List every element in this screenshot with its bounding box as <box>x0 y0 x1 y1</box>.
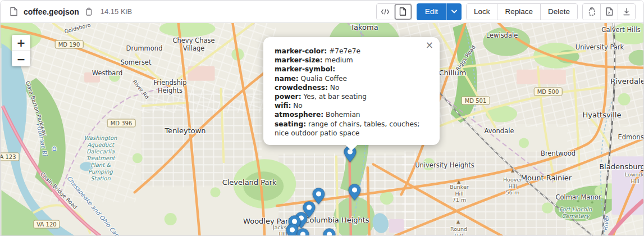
edit-button[interactable]: Edit <box>417 3 446 20</box>
peak-icon: ▲ <box>511 168 514 173</box>
popup-field: seating: range of chairs, tables, couche… <box>275 120 428 138</box>
chevron-down-icon <box>451 10 457 13</box>
road-shield: MD 190 <box>55 40 84 49</box>
file-utility-group <box>582 3 636 20</box>
open-raw-button[interactable] <box>600 4 618 20</box>
code-icon <box>381 8 390 15</box>
map-label: Somerset <box>121 58 152 66</box>
copy-contents-button[interactable] <box>583 4 600 20</box>
display-rendered-button[interactable] <box>394 4 412 20</box>
zoom-out-button[interactable]: − <box>12 51 30 66</box>
popup-fields: marker-color: #7e7e7emarker-size: medium… <box>275 47 428 138</box>
popup-close-icon[interactable]: × <box>424 39 435 51</box>
peak-icon: ▲ <box>456 219 460 224</box>
map-label: River <box>602 215 610 231</box>
replace-button[interactable]: Replace <box>497 4 540 20</box>
map-label: Hyattsville <box>583 111 622 119</box>
map-marker[interactable] <box>323 228 336 236</box>
map-label: Bunker Hill 71 m <box>450 184 468 203</box>
map-label: University Park <box>576 43 624 51</box>
popup-field: crowdedness: No <box>275 83 428 92</box>
map-label: Fort Lincoln Cemetery <box>559 206 592 220</box>
map-label: Westbard <box>92 69 122 77</box>
display-source-button[interactable] <box>377 4 394 20</box>
map-label: Round Hill 61 m <box>450 226 467 236</box>
edit-split-button: Edit <box>417 3 462 20</box>
document-icon <box>10 7 18 16</box>
map-label: Drummond <box>126 44 163 52</box>
map-label: Edmonston <box>618 133 644 141</box>
map-label: Lewisdale <box>486 31 518 39</box>
map-label: Hoover Hill 56 m <box>503 176 522 196</box>
map-label: Avondale <box>485 127 514 135</box>
feature-popup: × marker-color: #7e7e7emarker-size: medi… <box>263 37 440 145</box>
map-label: Chevy Chase Village <box>172 37 214 52</box>
popup-field: name: Qualia Coffee <box>275 74 428 83</box>
file-action-group: Lock Replace Delete <box>466 3 578 20</box>
download-button[interactable] <box>618 4 635 20</box>
road-shield: MD 500 <box>534 88 563 96</box>
map-label: University Heights <box>415 161 474 169</box>
map-label: Colmar Manor <box>556 193 601 201</box>
map-marker[interactable] <box>296 228 309 236</box>
map-label: Brentwood <box>541 149 576 157</box>
map-label: Mount Rainier <box>521 174 572 182</box>
popup-field: wifi: No <box>275 101 428 110</box>
road-shield: A 123 <box>1 153 20 161</box>
map-label: Lownde Hill <box>625 171 644 184</box>
file-size: 14.15 KiB <box>101 7 132 16</box>
peak-icon: ▲ <box>457 179 460 184</box>
download-icon <box>623 8 631 16</box>
file-icon <box>399 7 407 16</box>
delete-button[interactable]: Delete <box>540 4 577 20</box>
file-viewer-card: coffee.geojson 14.15 KiB Edit <box>0 0 644 236</box>
file-header: coffee.geojson 14.15 KiB Edit <box>1 1 643 23</box>
zoom-in-button[interactable]: + <box>12 35 30 51</box>
zoom-control: + − <box>12 35 30 66</box>
map-label: ⌂ <box>52 144 57 152</box>
popup-field: atmosphere: Bohemian <box>275 110 428 119</box>
map-marker[interactable] <box>348 184 361 201</box>
map-label: Friendship Heights <box>153 79 186 94</box>
file-code-icon <box>606 7 613 16</box>
copy-path-icon[interactable] <box>84 6 94 17</box>
map-label: Bladensburg <box>599 162 644 171</box>
map-label: Takoma <box>350 23 378 31</box>
popup-field: marker-size: medium <box>275 56 428 65</box>
map-label: Chillum <box>439 69 466 77</box>
edit-dropdown-button[interactable] <box>446 3 462 20</box>
popup-field: marker-symbol: <box>275 65 428 74</box>
clipboard-icon <box>588 7 596 16</box>
view-toggle-group <box>376 3 412 20</box>
header-actions: Edit Lock Replace Delete <box>376 3 636 20</box>
map[interactable]: TakomaChillumRiverdaleHyattsvilleMount R… <box>1 23 644 236</box>
file-name: coffee.geojson <box>24 7 79 16</box>
road-shield: MD 501 <box>462 97 490 105</box>
map-label: Washington Aqueduct Dalecarlia Treatment… <box>84 135 117 182</box>
popup-field: marker-color: #7e7e7e <box>275 47 428 56</box>
road-shield: VA 120 <box>33 220 60 229</box>
map-label: Calvert Hills <box>601 26 640 34</box>
map-label: Cleveland Park <box>222 178 277 187</box>
road-shield: MD 396 <box>107 119 136 128</box>
map-label: Tenleytown <box>165 126 205 135</box>
map-label: Riverdale <box>610 77 644 85</box>
lock-button[interactable]: Lock <box>467 4 497 20</box>
popup-field: power: Yes, at bar seating <box>275 92 428 101</box>
